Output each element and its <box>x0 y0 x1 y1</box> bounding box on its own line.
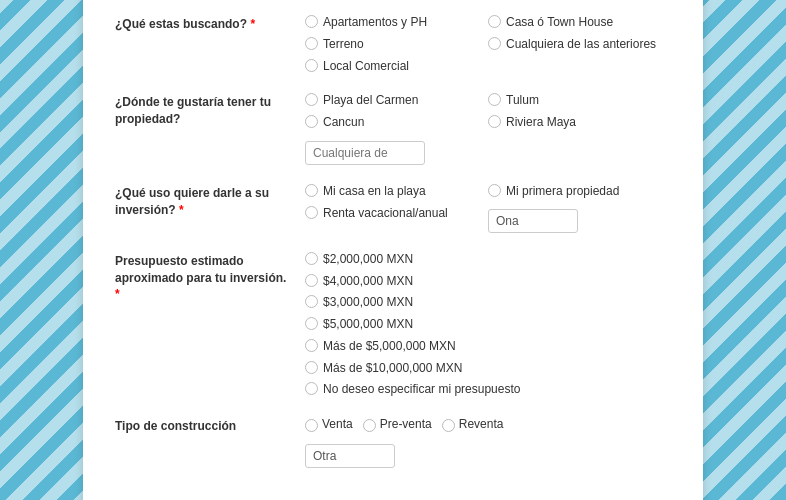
question5-row: Tipo de construcción Venta Pre-venta Rev… <box>115 416 671 468</box>
radio-icon[interactable] <box>305 419 318 432</box>
list-item[interactable]: Casa ó Town House <box>488 14 671 31</box>
list-item[interactable]: No deseo especificar mi presupuesto <box>305 381 671 398</box>
question2-options: Playa del Carmen Cancun Tulum Riviera Ma <box>305 92 671 165</box>
question5-options: Venta Pre-venta Reventa <box>305 416 671 468</box>
question1-row: ¿Qué estas buscando? * Apartamentos y PH… <box>115 14 671 74</box>
list-item[interactable]: Cualquiera de las anteriores <box>488 36 671 53</box>
list-item[interactable]: Mi casa en la playa <box>305 183 488 200</box>
list-item[interactable]: Riviera Maya <box>488 114 671 131</box>
list-item[interactable]: Local Comercial <box>305 58 488 75</box>
radio-icon[interactable] <box>305 252 318 265</box>
list-item[interactable]: Pre-venta <box>363 416 432 433</box>
question1-col-left: Apartamentos y PH Terreno Local Comercia… <box>305 14 488 74</box>
radio-icon[interactable] <box>305 206 318 219</box>
list-item[interactable]: Venta <box>305 416 353 433</box>
question3-col-left: Mi casa en la playa Renta vacacional/anu… <box>305 183 488 233</box>
list-item[interactable]: Mi primera propiedad <box>488 183 671 200</box>
question1-col-right: Casa ó Town House Cualquiera de las ante… <box>488 14 671 74</box>
list-item[interactable]: Reventa <box>442 416 504 433</box>
radio-icon[interactable] <box>305 317 318 330</box>
radio-icon[interactable] <box>305 93 318 106</box>
question2-col-right: Tulum Riviera Maya <box>488 92 671 165</box>
list-item[interactable]: $4,000,000 MXN <box>305 273 671 290</box>
list-item[interactable]: $3,000,000 MXN <box>305 294 671 311</box>
list-item[interactable]: Terreno <box>305 36 488 53</box>
question3-col-right: Mi primera propiedad <box>488 183 671 233</box>
radio-icon[interactable] <box>442 419 455 432</box>
form-container: ¿Qué estas buscando? * Apartamentos y PH… <box>83 0 703 500</box>
list-item[interactable]: Playa del Carmen <box>305 92 488 109</box>
list-item[interactable]: $2,000,000 MXN <box>305 251 671 268</box>
question5-label: Tipo de construcción <box>115 416 305 435</box>
radio-icon[interactable] <box>488 15 501 28</box>
radio-icon[interactable] <box>305 274 318 287</box>
cualquiera-input[interactable] <box>305 141 425 165</box>
question2-col-left: Playa del Carmen Cancun <box>305 92 488 165</box>
radio-icon[interactable] <box>363 419 376 432</box>
list-item[interactable]: Renta vacacional/anual <box>305 205 488 222</box>
list-item[interactable]: Apartamentos y PH <box>305 14 488 31</box>
question2-row: ¿Dónde te gustaría tener tu propiedad? P… <box>115 92 671 165</box>
radio-icon[interactable] <box>305 184 318 197</box>
list-item[interactable]: Más de $5,000,000 MXN <box>305 338 671 355</box>
radio-icon[interactable] <box>305 115 318 128</box>
question3-label: ¿Qué uso quiere darle a su inversión? * <box>115 183 305 219</box>
construction-type-inline: Venta Pre-venta Reventa <box>305 416 671 433</box>
radio-icon[interactable] <box>305 295 318 308</box>
otra-inversion-input[interactable] <box>488 209 578 233</box>
radio-icon[interactable] <box>305 15 318 28</box>
otra-construccion-input[interactable] <box>305 444 395 468</box>
radio-icon[interactable] <box>488 184 501 197</box>
list-item[interactable]: Más de $10,000,000 MXN <box>305 360 671 377</box>
question5-col: Venta Pre-venta Reventa <box>305 416 671 468</box>
radio-icon[interactable] <box>305 382 318 395</box>
question3-row: ¿Qué uso quiere darle a su inversión? * … <box>115 183 671 233</box>
question4-row: Presupuesto estimado aproximado para tu … <box>115 251 671 399</box>
radio-icon[interactable] <box>488 115 501 128</box>
list-item[interactable]: $5,000,000 MXN <box>305 316 671 333</box>
question1-label: ¿Qué estas buscando? * <box>115 14 305 33</box>
radio-icon[interactable] <box>488 37 501 50</box>
radio-icon[interactable] <box>305 37 318 50</box>
question4-col: $2,000,000 MXN $4,000,000 MXN $3,000,000… <box>305 251 671 399</box>
list-item[interactable]: Tulum <box>488 92 671 109</box>
question4-label: Presupuesto estimado aproximado para tu … <box>115 251 305 303</box>
radio-icon[interactable] <box>305 339 318 352</box>
radio-icon[interactable] <box>305 361 318 374</box>
question1-options: Apartamentos y PH Terreno Local Comercia… <box>305 14 671 74</box>
question2-label: ¿Dónde te gustaría tener tu propiedad? <box>115 92 305 128</box>
list-item[interactable]: Cancun <box>305 114 488 131</box>
radio-icon[interactable] <box>305 59 318 72</box>
question3-options: Mi casa en la playa Renta vacacional/anu… <box>305 183 671 233</box>
radio-icon[interactable] <box>488 93 501 106</box>
question4-options: $2,000,000 MXN $4,000,000 MXN $3,000,000… <box>305 251 671 399</box>
